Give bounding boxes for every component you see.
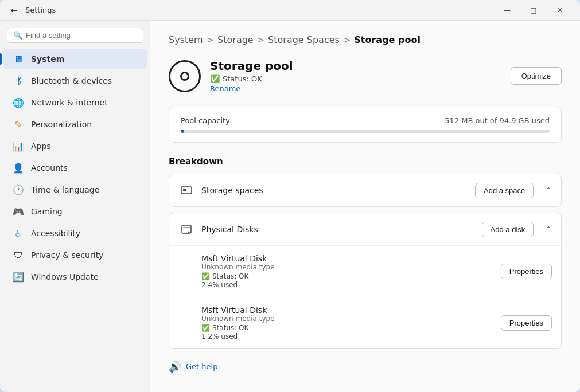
window-controls: — □ ✕ <box>494 0 573 21</box>
back-button[interactable]: ← <box>7 3 21 17</box>
sidebar-label-personalization: Personalization <box>31 120 92 129</box>
titlebar: ← Settings — □ ✕ <box>0 0 580 21</box>
disk-item-row-1: Msft Virtual Disk Unknown media type ✅ S… <box>201 254 552 289</box>
sidebar-label-apps: Apps <box>31 142 51 151</box>
disk-status-1: ✅ Status: OK <box>201 272 275 280</box>
disk-status-2: ✅ Status: OK <box>201 324 275 332</box>
disk-properties-button-2[interactable]: Properties <box>501 315 552 331</box>
breadcrumb-storage[interactable]: Storage <box>217 34 254 45</box>
sidebar: 🔍 🖥 System Bluetooth & devices 🌐 Network… <box>0 21 150 392</box>
capacity-bar <box>181 130 550 133</box>
capacity-fill <box>181 130 184 133</box>
sidebar-item-privacy[interactable]: 🛡 Privacy & security <box>3 245 147 265</box>
sidebar-item-update[interactable]: 🔄 Windows Update <box>3 266 147 287</box>
disk-item-1: Msft Virtual Disk Unknown media type ✅ S… <box>169 245 561 297</box>
sidebar-label-bluetooth: Bluetooth & devices <box>31 76 112 85</box>
sidebar-item-apps[interactable]: 📊 Apps <box>3 136 147 156</box>
disk-item-2: Msft Virtual Disk Unknown media type ✅ S… <box>169 297 561 348</box>
physical-disks-card: Physical Disks Add a disk ⌃ Msft Virtual… <box>169 213 562 349</box>
sidebar-item-network[interactable]: 🌐 Network & internet <box>3 92 147 113</box>
time-icon: 🕐 <box>13 184 24 195</box>
sidebar-label-network: Network & internet <box>31 98 108 107</box>
disk-info-1: Msft Virtual Disk Unknown media type ✅ S… <box>201 254 275 289</box>
accounts-icon: 👤 <box>13 162 24 174</box>
main-content: System > Storage > Storage Spaces > Stor… <box>150 21 580 392</box>
sidebar-item-system[interactable]: 🖥 System <box>3 49 147 69</box>
disk-item-row-2: Msft Virtual Disk Unknown media type ✅ S… <box>201 305 552 340</box>
sidebar-label-system: System <box>31 54 64 64</box>
maximize-button[interactable]: □ <box>520 0 547 21</box>
sidebar-item-personalization[interactable]: ✎ Personalization <box>3 114 147 135</box>
pool-status: ✅ Status: OK <box>210 74 501 83</box>
disk-type-2: Unknown media type <box>201 315 275 323</box>
sidebar-item-bluetooth[interactable]: Bluetooth & devices <box>3 70 147 91</box>
sidebar-item-gaming[interactable]: 🎮 Gaming <box>3 201 147 222</box>
apps-icon: 📊 <box>13 140 24 152</box>
collapse-storage-spaces-icon[interactable]: ⌃ <box>545 186 552 195</box>
disk-type-1: Unknown media type <box>201 263 275 271</box>
sidebar-label-gaming: Gaming <box>31 207 63 216</box>
storage-spaces-icon <box>178 182 194 198</box>
help-icon: 🔊 <box>169 360 181 373</box>
add-disk-button[interactable]: Add a disk <box>482 222 534 237</box>
minimize-button[interactable]: — <box>494 0 520 21</box>
storage-spaces-card: Storage spaces Add a space ⌃ <box>169 174 562 207</box>
disk-status-text-1: Status: OK <box>212 272 248 280</box>
system-icon: 🖥 <box>13 53 24 65</box>
search-box[interactable]: 🔍 <box>7 28 143 43</box>
breadcrumb-current: Storage pool <box>354 34 421 45</box>
search-icon: 🔍 <box>13 31 22 40</box>
pool-icon-inner <box>180 72 189 81</box>
pool-info: Storage pool ✅ Status: OK Rename <box>210 59 501 93</box>
capacity-label: Pool capacity <box>181 116 230 125</box>
sidebar-label-accessibility: Accessibility <box>31 229 80 238</box>
breadcrumb-sep-3: > <box>343 34 351 45</box>
disk-used-2: 1.2% used <box>201 332 275 340</box>
add-space-button[interactable]: Add a space <box>475 183 534 198</box>
disk-status-ok-icon-1: ✅ <box>201 272 210 280</box>
sidebar-label-time: Time & language <box>31 185 99 194</box>
physical-disks-icon <box>178 221 194 237</box>
get-help-link[interactable]: 🔊 Get help <box>169 360 562 373</box>
storage-spaces-label: Storage spaces <box>201 186 468 195</box>
breadcrumb-sep-1: > <box>207 34 214 45</box>
update-icon: 🔄 <box>13 271 24 283</box>
titlebar-title: Settings <box>25 6 56 14</box>
accessibility-icon: ♿ <box>13 228 24 239</box>
optimize-button[interactable]: Optimize <box>511 67 562 85</box>
svg-rect-1 <box>183 189 186 191</box>
settings-window: ← Settings — □ ✕ 🔍 🖥 System <box>0 0 580 392</box>
sidebar-item-accessibility[interactable]: ♿ Accessibility <box>3 223 147 244</box>
search-input[interactable] <box>26 31 137 40</box>
pool-rename-link[interactable]: Rename <box>210 84 501 93</box>
breadcrumb-system[interactable]: System <box>169 34 203 45</box>
get-help-label: Get help <box>186 362 217 371</box>
disk-name-2: Msft Virtual Disk <box>201 305 275 315</box>
sidebar-item-accounts[interactable]: 👤 Accounts <box>3 158 147 178</box>
disk-properties-button-1[interactable]: Properties <box>501 264 552 279</box>
personalization-icon: ✎ <box>13 119 24 130</box>
capacity-header: Pool capacity 512 MB out of 94.9 GB used <box>181 116 550 125</box>
pool-header: Storage pool ✅ Status: OK Rename Optimiz… <box>169 59 562 93</box>
capacity-value: 512 MB out of 94.9 GB used <box>445 116 550 125</box>
sidebar-label-privacy: Privacy & security <box>31 250 103 260</box>
breakdown-title: Breakdown <box>169 156 562 167</box>
disk-name-1: Msft Virtual Disk <box>201 254 275 263</box>
close-button[interactable]: ✕ <box>547 0 573 21</box>
breadcrumb-sep-2: > <box>257 34 264 45</box>
breadcrumb-spaces[interactable]: Storage Spaces <box>268 34 340 45</box>
collapse-physical-disks-icon[interactable]: ⌃ <box>545 225 552 234</box>
privacy-icon: 🛡 <box>13 249 24 261</box>
disk-used-1: 2.4% used <box>201 281 275 289</box>
pool-status-text: Status: OK <box>223 75 262 83</box>
svg-point-3 <box>188 232 190 233</box>
svg-rect-2 <box>182 225 191 233</box>
sidebar-label-update: Windows Update <box>31 272 99 281</box>
network-icon: 🌐 <box>13 97 24 108</box>
physical-disks-header: Physical Disks Add a disk ⌃ <box>169 213 561 245</box>
sidebar-item-time[interactable]: 🕐 Time & language <box>3 179 147 200</box>
sidebar-label-accounts: Accounts <box>31 163 68 173</box>
bluetooth-icon <box>13 75 24 87</box>
physical-disks-label: Physical Disks <box>201 225 475 234</box>
capacity-section: Pool capacity 512 MB out of 94.9 GB used <box>169 107 562 143</box>
